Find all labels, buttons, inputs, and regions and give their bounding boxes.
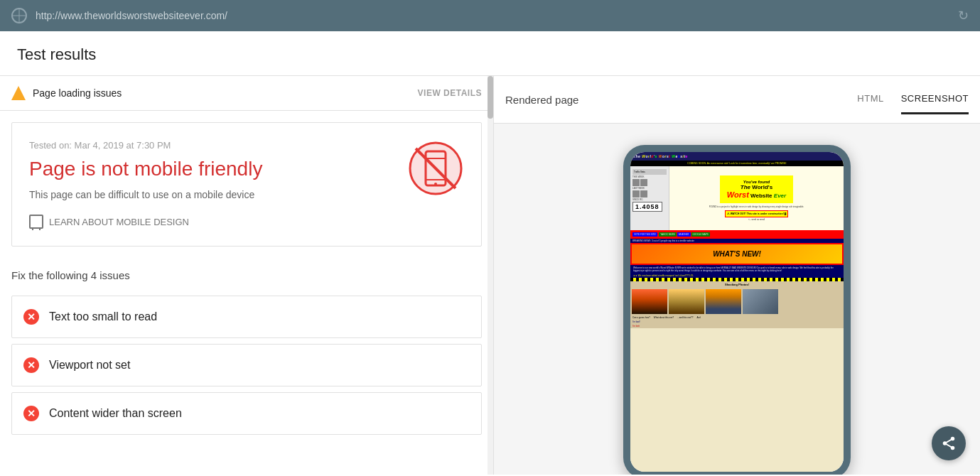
fake-main-content: You've found The World's Worst Website E… [669, 166, 844, 230]
svg-point-5 [434, 183, 437, 185]
worlds-worst-text: The World's Worst Website Ever [727, 184, 786, 199]
error-icon-content-wider: ✕ [23, 406, 39, 421]
fake-sidebar: Traffic Stats THIS WEEK LAST WEEK [630, 166, 669, 230]
issue-label-content-wider: Content wider than screen [49, 407, 182, 420]
share-fab-button[interactable] [932, 426, 966, 460]
phone-frame: The World's Worst Website COMING SOON: A… [623, 145, 851, 475]
fake-nav-item-1: VOTE FOR THIS SITE! [632, 232, 657, 237]
phone-screen: The World's Worst Website COMING SOON: A… [630, 152, 844, 472]
issue-label-viewport: Viewport not set [49, 359, 130, 372]
fake-photo-1 [632, 289, 667, 314]
rendered-page-label: Rendered page [505, 94, 578, 106]
fake-header-text: The World's Worst Website [633, 154, 688, 158]
tab-html[interactable]: HTML [857, 85, 883, 114]
fix-issues-title: Fix the following 4 issues [11, 264, 482, 287]
main-layout: Page loading issues VIEW DETAILS Tested … [0, 76, 980, 475]
scrollbar-thumb[interactable] [488, 76, 493, 119]
result-card: Tested on: Mar 4, 2019 at 7:30 PM Page i… [11, 122, 482, 247]
view-details-button[interactable]: VIEW DETAILS [418, 88, 482, 98]
svg-line-10 [945, 439, 953, 443]
issue-item-viewport[interactable]: ✕ Viewport not set [11, 344, 482, 386]
left-panel: Page loading issues VIEW DETAILS Tested … [0, 76, 494, 475]
learn-about-link[interactable]: LEARN ABOUT MOBILE DESIGN [29, 215, 393, 229]
error-icon-viewport: ✕ [23, 357, 39, 373]
right-panel-header: Rendered page HTML SCREENSHOT [494, 76, 980, 124]
tested-on-label: Tested on: Mar 4, 2019 at 7:30 PM [29, 140, 393, 151]
issues-label: Page loading issues [33, 87, 411, 99]
fake-photo-3 [706, 289, 741, 314]
learn-about-label: LEARN ABOUT MOBILE DESIGN [49, 217, 189, 227]
website-preview: The World's Worst Website COMING SOON: A… [630, 152, 844, 472]
browser-bar: http://www.theworldsworstwebsiteever.com… [0, 0, 980, 31]
page-title-area: Test results [0, 31, 980, 76]
no-mobile-icon [407, 140, 464, 197]
issue-item-text-too-small[interactable]: ✕ Text too small to read [11, 296, 482, 338]
fake-nav-item-3: WEATHER [677, 232, 691, 237]
issue-label-text-small: Text too small to read [49, 310, 157, 323]
fake-website-content: The World's Worst Website COMING SOON: A… [630, 152, 844, 472]
fake-content-row: Traffic Stats THIS WEEK LAST WEEK [630, 166, 844, 230]
issue-item-content-wider[interactable]: ✕ Content wider than screen [11, 392, 482, 435]
fake-whats-new: WHAT'S NEW! [630, 243, 844, 265]
fake-subheader: COMING SOON: An even worse site! Look fo… [630, 161, 844, 166]
right-tabs: HTML SCREENSHOT [857, 85, 969, 114]
warning-triangle-icon [11, 86, 26, 100]
svg-line-11 [945, 443, 953, 448]
error-icon-text-small: ✕ [23, 309, 39, 325]
issues-banner: Page loading issues VIEW DETAILS [0, 76, 493, 111]
screenshot-area: The World's Worst Website COMING SOON: A… [494, 124, 980, 475]
fake-nav-item-4: GOOGLE MAPS [691, 232, 710, 237]
fake-nav-item-2: YAHOO NEWS [659, 232, 676, 237]
tab-screenshot[interactable]: SCREENSHOT [901, 85, 969, 114]
fake-photo-2 [669, 289, 704, 314]
fake-header: The World's Worst Website [630, 152, 844, 161]
not-friendly-description: This page can be difficult to use on a m… [29, 189, 393, 200]
url-bar: http://www.theworldsworstwebsiteever.com… [36, 10, 949, 21]
fake-photos-row [630, 288, 844, 315]
globe-icon [11, 8, 27, 23]
not-friendly-title: Page is not mobile friendly [29, 158, 393, 180]
fix-issues-section: Fix the following 4 issues ✕ Text too sm… [0, 258, 493, 452]
fake-nav-bar: VOTE FOR THIS SITE! YAHOO NEWS WEATHER G… [630, 230, 844, 239]
scrollbar-track[interactable] [488, 76, 493, 475]
reload-icon[interactable]: ↻ [958, 8, 969, 23]
right-panel: Rendered page HTML SCREENSHOT The World'… [494, 76, 980, 475]
fake-photo-4 [743, 289, 778, 314]
fake-counter: 1.4058 [632, 202, 662, 212]
result-card-content: Tested on: Mar 4, 2019 at 7:30 PM Page i… [29, 140, 393, 229]
school-icon [29, 215, 43, 229]
page-title: Test results [17, 45, 963, 64]
fake-traffic-stats: Traffic Stats [632, 169, 667, 175]
